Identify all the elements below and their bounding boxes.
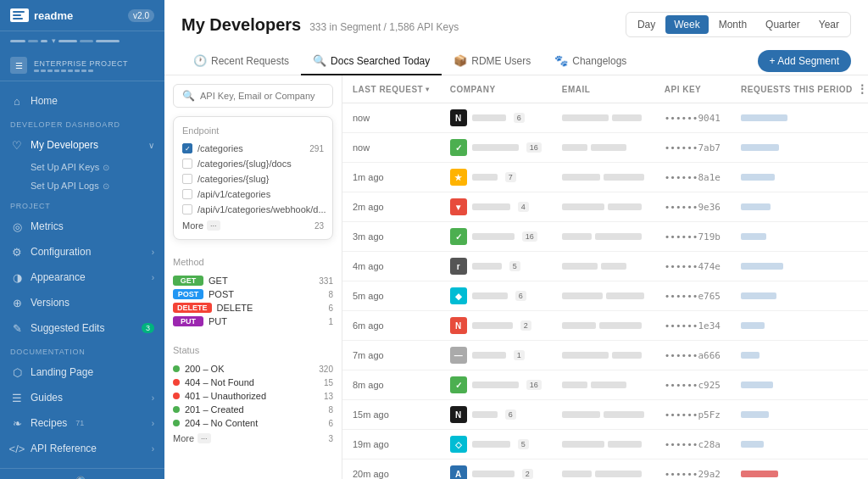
cell-api-key: ••••••29a2: [654, 460, 731, 480]
table-row[interactable]: 5m ago ◆ 6 ••••••e765: [342, 281, 868, 311]
cell-requests-bar: [731, 460, 868, 480]
sidebar-item-metrics[interactable]: ◎ Metrics: [0, 214, 164, 239]
table-row[interactable]: 6m ago N 2 ••••••1e34: [342, 311, 868, 341]
logo-text: readme: [34, 9, 73, 22]
filter-search-input[interactable]: [200, 91, 324, 101]
cell-api-key: ••••••e765: [654, 281, 731, 311]
sidebar-item-setup-api-logs[interactable]: Set Up API Logs ⊙: [0, 176, 164, 195]
method-item-put[interactable]: PUT PUT 1: [173, 315, 333, 328]
status-dot-404: [173, 379, 180, 386]
cell-requests-bar: [731, 163, 868, 192]
sidebar-item-my-developers[interactable]: ♡ My Developers ∨: [0, 132, 164, 158]
sidebar-search-button[interactable]: 🔍: [75, 476, 90, 479]
sidebar-item-recipes[interactable]: ❧ Recipes 71 ›: [0, 410, 164, 436]
endpoint-more-btn[interactable]: More ··· 23: [182, 220, 324, 231]
cell-api-key: ••••••474e: [654, 252, 731, 281]
time-btn-month[interactable]: Month: [710, 15, 755, 34]
table-row[interactable]: 20m ago A 2 ••••••29a2: [342, 460, 868, 480]
sidebar-item-suggested-edits[interactable]: ✎ Suggested Edits 3: [0, 315, 164, 341]
table-header: LAST REQUEST ▾ COMPANY EMAIL API KEY REQ…: [342, 75, 868, 103]
cell-requests-bar: [731, 400, 868, 430]
put-label: PUT: [209, 316, 227, 326]
table-row[interactable]: now N 6 ••••••9041: [342, 103, 868, 133]
status-more-count: 3: [328, 434, 333, 443]
cell-requests-bar: [731, 341, 868, 370]
endpoint-item-4[interactable]: /api/v1/categories/webhook/d...: [182, 202, 324, 217]
recipes-label: Recipes: [31, 417, 67, 429]
sidebar-item-home[interactable]: ⌂ Home: [0, 88, 164, 114]
method-item-delete[interactable]: DELETE DELETE 6: [173, 301, 333, 315]
sidebar-item-versions[interactable]: ⊕ Versions: [0, 290, 164, 315]
table-row[interactable]: 3m ago ✓ 16 ••••••719b: [342, 222, 868, 252]
appearance-icon: ◑: [10, 270, 24, 284]
time-btn-week[interactable]: Week: [665, 15, 708, 34]
cell-time: 15m ago: [342, 400, 440, 430]
sidebar-item-setup-api-keys[interactable]: Set Up API Keys ⊙: [0, 158, 164, 176]
sidebar-item-guides[interactable]: ☰ Guides ›: [0, 385, 164, 410]
status-item-401[interactable]: 401 – Unauthorized 13: [173, 389, 333, 403]
cell-api-key: ••••••719b: [654, 222, 731, 252]
sidebar-item-api-reference[interactable]: </> API Reference ›: [0, 436, 164, 461]
time-btn-quarter[interactable]: Quarter: [757, 15, 809, 34]
sidebar-item-appearance[interactable]: ◑ Appearance ›: [0, 265, 164, 290]
more-columns-btn[interactable]: ⋮: [853, 82, 868, 96]
status-more-btn[interactable]: More ··· 3: [173, 433, 333, 443]
table-row[interactable]: 7m ago — 1 ••••••a666: [342, 341, 868, 370]
tab-recent-requests[interactable]: 🕐 Recent Requests: [181, 47, 301, 75]
main-header: My Developers 333 in Segment / 1,586 API…: [164, 0, 868, 75]
sidebar: readme v2.0 ▾ ☰ ENTERPRISE PROJECT ⌂ Hom…: [0, 0, 164, 479]
table-row[interactable]: 19m ago ◇ 5 ••••••c28a: [342, 430, 868, 460]
table-row[interactable]: 4m ago r 5 ••••••474e: [342, 252, 868, 281]
status-section: Status 200 – OK 320 404 – Not Found 15 4…: [173, 337, 333, 452]
cell-api-key: ••••••p5Fz: [654, 400, 731, 430]
time-filter-group: Day Week Month Quarter Year: [626, 12, 851, 37]
sort-last-request[interactable]: LAST REQUEST ▾: [353, 85, 430, 94]
table-row[interactable]: 15m ago N 6 ••••••p5Fz: [342, 400, 868, 430]
tab-changelogs[interactable]: 🐾 Changelogs: [542, 47, 638, 75]
sidebar-item-landing-page[interactable]: ⬡ Landing Page: [0, 359, 164, 385]
table-row[interactable]: 2m ago ▼ 4 ••••••9e36: [342, 192, 868, 222]
tab-rdme-users[interactable]: 📦 RDME Users: [442, 47, 542, 75]
get-count: 331: [319, 276, 333, 286]
method-item-get[interactable]: GET GET 331: [173, 274, 333, 287]
endpoint-item-0[interactable]: ✓ /categories 291: [182, 141, 324, 156]
delete-label: DELETE: [217, 303, 253, 313]
method-item-post[interactable]: POST POST 8: [173, 287, 333, 301]
status-item-201[interactable]: 201 – Created 8: [173, 403, 333, 416]
recipes-icon: ❧: [10, 416, 24, 430]
sidebar-logo: readme: [10, 8, 73, 22]
endpoint-item-2[interactable]: /categories/{slug}: [182, 171, 324, 187]
endpoint-item-3[interactable]: /api/v1/categories: [182, 187, 324, 202]
checkbox-endpoint-2: [182, 174, 192, 184]
cell-time: 6m ago: [342, 311, 440, 341]
svg-rect-0: [13, 11, 25, 13]
cell-company: ✓ 16: [440, 133, 552, 163]
content-area: 🔍 Endpoint ✓ /categories 291 /categories…: [164, 75, 868, 479]
endpoint-item-1[interactable]: /categories/{slug}/docs: [182, 156, 324, 171]
put-count: 1: [328, 317, 333, 326]
time-btn-year[interactable]: Year: [810, 15, 848, 34]
checkbox-endpoint-1: [182, 159, 192, 169]
cell-requests-bar: [731, 370, 868, 400]
status-item-204[interactable]: 204 – No Content 6: [173, 416, 333, 430]
cell-company: ✓ 16: [440, 222, 552, 252]
cell-time: now: [342, 103, 440, 133]
setup-api-logs-label: Set Up API Logs: [31, 181, 99, 191]
sidebar-item-configuration[interactable]: ⚙ Configuration ›: [0, 239, 164, 265]
metrics-icon: ◎: [10, 220, 24, 233]
status-item-200[interactable]: 200 – OK 320: [173, 362, 333, 376]
add-segment-button[interactable]: + Add Segment: [758, 50, 851, 72]
tab-docs-searched[interactable]: 🔍 Docs Searched Today: [301, 47, 442, 75]
endpoint-dropdown: Endpoint ✓ /categories 291 /categories/{…: [173, 116, 333, 240]
table-row[interactable]: 8m ago ✓ 16 ••••••c925: [342, 370, 868, 400]
my-developers-label: My Developers: [31, 139, 98, 151]
table-row[interactable]: now ✓ 16 ••••••7ab7: [342, 133, 868, 163]
time-btn-day[interactable]: Day: [629, 15, 664, 34]
status-item-404[interactable]: 404 – Not Found 15: [173, 376, 333, 389]
guides-label: Guides: [31, 392, 63, 404]
cell-api-key: ••••••1e34: [654, 311, 731, 341]
get-label: GET: [209, 276, 228, 286]
readme-logo-icon: [10, 8, 29, 22]
table-row[interactable]: 1m ago ★ 7 ••••••8a1e: [342, 163, 868, 192]
sidebar-section-project: PROJECT: [0, 195, 164, 214]
